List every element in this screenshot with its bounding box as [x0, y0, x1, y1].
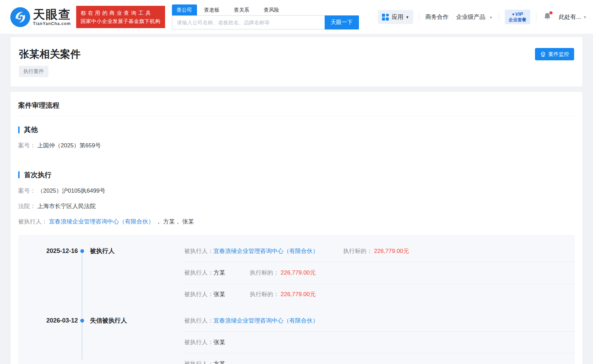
timeline-row: 被执行人： 张某 执行标的： 226,779.00元 — [184, 283, 575, 305]
chevron-down-icon: ▼ — [489, 15, 493, 20]
user-menu[interactable]: 此处有... ▼ — [559, 13, 587, 21]
timeline-entry: 2025-12-16 被执行人 被执行人： 宜春浪绫企业管理咨询中心（有限合伙）… — [18, 240, 575, 305]
vip-sublabel: 企业套餐 — [509, 17, 526, 23]
search-input[interactable] — [172, 15, 325, 29]
apps-menu[interactable]: 应用 ▼ — [378, 10, 413, 24]
timeline-dot-icon — [80, 319, 84, 323]
person-name: 方某 — [213, 269, 225, 277]
person-name: 方某 — [213, 360, 225, 364]
case-process-card: 案件审理流程 其他 案号： 上国仲（2025）第659号 首次执行 案号： （2… — [11, 92, 582, 364]
field-label: 案号： — [18, 142, 36, 149]
notification-badge — [549, 11, 553, 14]
search-tab-relation[interactable]: 查关系 — [234, 4, 249, 15]
group-accent-bar — [18, 171, 20, 178]
row-label: 被执行人： — [184, 360, 213, 364]
nav-enterprise-label: 企业级产品 — [456, 14, 485, 20]
tianyancha-logo[interactable]: 天眼查 TianYanCha.com — [10, 7, 71, 27]
page-content: 张某相关案件 执行案件 案件监控 案件审理流程 其他 案号： 上国仲（2025）… — [0, 34, 593, 364]
title-card: 张某相关案件 执行案件 案件监控 — [11, 37, 582, 86]
top-header: 天眼查 TianYanCha.com 都在用的商业查询工具 国家中小企业发展子基… — [0, 0, 593, 34]
promo-banner-line2: 国家中小企业发展子基金旗下机构 — [81, 17, 161, 25]
page-title: 张某相关案件 — [19, 47, 574, 61]
timeline-date: 2025-12-16 — [18, 247, 78, 255]
case-group-other: 其他 案号： 上国仲（2025）第659号 — [18, 125, 575, 150]
case-monitor-label: 案件监控 — [548, 51, 569, 58]
amount-label: 执行标的： — [343, 248, 372, 254]
group-name: 其他 — [24, 125, 38, 134]
row-label: 被执行人： — [184, 290, 213, 298]
notifications-button[interactable] — [544, 12, 551, 22]
person-name: 张某 — [213, 338, 225, 346]
amount-value: 226,779.00元 — [374, 248, 409, 254]
amount-label: 执行标的： — [250, 291, 279, 298]
promo-banner: 都在用的商业查询工具 国家中小企业发展子基金旗下机构 — [76, 6, 165, 28]
vip-label: VIP — [515, 11, 523, 17]
amount-label: 执行标的： — [250, 269, 279, 276]
field-label: 法院： — [18, 203, 36, 209]
search-tab-company[interactable]: 查公司 — [172, 4, 197, 15]
company-link[interactable]: 宜春浪绫企业管理咨询中心（有限合伙） — [213, 317, 318, 325]
chevron-down-icon: ▼ — [583, 15, 587, 19]
group-accent-bar — [18, 126, 20, 133]
field-label: 案号： — [18, 187, 36, 194]
field-case-number: 案号： （2025）沪0105执6499号 — [18, 187, 575, 195]
field-executed-persons: 被执行人： 宜春浪绫企业管理咨询中心（有限合伙） ， 方某， 张某 — [18, 218, 575, 226]
timeline-row: 被执行人： 宜春浪绫企业管理咨询中心（有限合伙） — [184, 310, 575, 331]
field-court: 法院： 上海市长宁区人民法院 — [18, 203, 575, 210]
promo-banner-line1: 都在用的商业查询工具 — [81, 9, 161, 17]
tianyancha-logo-icon — [10, 7, 30, 27]
search-button[interactable]: 天眼一下 — [325, 15, 359, 29]
nav-divider — [499, 13, 499, 21]
row-label: 被执行人： — [184, 269, 213, 277]
field-value: （2025）沪0105执6499号 — [37, 187, 105, 194]
group-name: 首次执行 — [24, 170, 51, 180]
vip-heart-icon: ♥ — [512, 12, 514, 17]
row-label: 被执行人： — [184, 247, 213, 255]
nav-enterprise-products[interactable]: 企业级产品 ▼ — [456, 13, 493, 21]
top-nav: 应用 ▼ 商务合作 企业级产品 ▼ ♥VIP 企业套餐 此处有... ▼ — [378, 10, 587, 25]
search-tab-boss[interactable]: 查老板 — [204, 4, 220, 15]
case-type-tag[interactable]: 执行案件 — [19, 66, 48, 77]
execution-timeline: 2025-12-16 被执行人 被执行人： 宜春浪绫企业管理咨询中心（有限合伙）… — [18, 235, 575, 364]
timeline-entry: 2026-03-12 失信被执行人 被执行人： 宜春浪绫企业管理咨询中心（有限合… — [18, 310, 575, 364]
case-group-first-execution: 首次执行 案号： （2025）沪0105执6499号 法院： 上海市长宁区人民法… — [18, 170, 575, 364]
vip-package-button[interactable]: ♥VIP 企业套餐 — [505, 10, 530, 25]
search-area: 查公司 查老板 查关系 查风险 天眼一下 — [172, 4, 359, 29]
company-link[interactable]: 宜春浪绫企业管理咨询中心（有限合伙） — [49, 218, 154, 225]
monitor-camera-icon — [540, 51, 546, 57]
user-menu-label: 此处有... — [559, 13, 581, 21]
field-value: 上国仲（2025）第659号 — [37, 142, 101, 149]
nav-divider — [536, 13, 536, 21]
person-name: 张某 — [213, 290, 225, 298]
amount-value: 226,779.00元 — [281, 291, 316, 298]
search-tab-risk[interactable]: 查风险 — [264, 4, 279, 15]
section-title: 案件审理流程 — [18, 101, 575, 116]
field-label: 被执行人： — [18, 218, 47, 225]
apps-menu-label: 应用 — [392, 13, 403, 21]
brand-name: 天眼查 — [33, 8, 71, 20]
timeline-row: 被执行人： 宜春浪绫企业管理咨询中心（有限合伙） 执行标的： 226,779.0… — [184, 240, 575, 262]
chevron-down-icon: ▼ — [405, 15, 409, 19]
timeline-row: 被执行人： 方某 执行标的： 226,779.00元 — [184, 262, 575, 283]
brand-domain: TianYanCha.com — [33, 21, 71, 26]
row-label: 被执行人： — [184, 338, 213, 346]
timeline-row: 被执行人： 方某 — [184, 353, 575, 364]
timeline-date: 2026-03-12 — [18, 317, 78, 324]
apps-grid-icon — [382, 14, 389, 21]
timeline-row: 被执行人： 张某 — [184, 331, 575, 353]
field-value: 上海市长宁区人民法院 — [37, 203, 96, 209]
timeline-title: 失信被执行人 — [90, 316, 127, 325]
row-label: 被执行人： — [184, 317, 213, 325]
field-value: ， 方某， 张某 — [155, 218, 194, 225]
search-tabs: 查公司 查老板 查关系 查风险 — [172, 4, 359, 15]
case-monitor-button[interactable]: 案件监控 — [535, 48, 574, 60]
amount-value: 226,779.00元 — [281, 269, 316, 276]
field-case-number: 案号： 上国仲（2025）第659号 — [18, 142, 575, 150]
company-link[interactable]: 宜春浪绫企业管理咨询中心（有限合伙） — [213, 247, 318, 255]
nav-divider — [419, 13, 419, 21]
nav-business-cooperation[interactable]: 商务合作 — [425, 13, 449, 21]
timeline-title: 被执行人 — [90, 247, 115, 255]
timeline-dot-icon — [80, 249, 84, 253]
